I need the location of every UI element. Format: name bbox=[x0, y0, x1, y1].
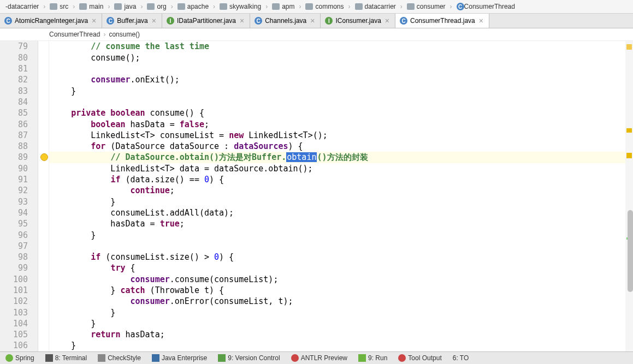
close-icon[interactable]: × bbox=[239, 16, 245, 25]
close-icon[interactable]: × bbox=[478, 16, 484, 25]
chevron-right-icon: › bbox=[449, 3, 453, 10]
line-number: 83 bbox=[0, 86, 28, 97]
close-icon[interactable]: × bbox=[151, 16, 157, 25]
chevron-right-icon: › bbox=[399, 3, 404, 10]
toolwindow-button[interactable]: 9: Run bbox=[353, 354, 393, 362]
code-line[interactable]: consumer.onExit(); bbox=[49, 74, 625, 85]
nav-class[interactable]: ConsumerThread bbox=[49, 31, 100, 38]
code-line[interactable] bbox=[49, 63, 625, 74]
code-line[interactable]: } bbox=[49, 307, 625, 318]
line-number: 104 bbox=[0, 318, 28, 329]
code-line[interactable]: } catch (Throwable t) { bbox=[49, 285, 625, 296]
line-number: 100 bbox=[0, 274, 28, 285]
code-line[interactable]: } bbox=[49, 196, 625, 207]
line-number: 79 bbox=[0, 41, 28, 52]
intention-bulb-icon[interactable] bbox=[40, 153, 48, 161]
spring-icon bbox=[5, 354, 13, 362]
class-icon: C bbox=[4, 17, 12, 25]
warning-marker[interactable] bbox=[626, 153, 632, 158]
cs-icon bbox=[98, 354, 105, 362]
code-line[interactable]: try { bbox=[49, 262, 625, 273]
editor-tab[interactable]: CChannels.java× bbox=[250, 14, 321, 28]
vcs-icon bbox=[218, 354, 226, 362]
code-line[interactable]: LinkedList<T> data = dataSource.obtain()… bbox=[49, 163, 625, 174]
code-line[interactable]: hasData = true; bbox=[49, 218, 625, 229]
line-number: 99 bbox=[0, 262, 28, 273]
breadcrumb-item[interactable]: org bbox=[144, 3, 169, 10]
breadcrumb-item[interactable]: apache bbox=[174, 3, 212, 10]
warning-marker[interactable] bbox=[626, 128, 632, 133]
code-line[interactable]: for (DataSource dataSource : dataSources… bbox=[49, 141, 625, 152]
code-area[interactable]: // consume the last time consume(); cons… bbox=[49, 41, 625, 351]
code-line[interactable]: consumer.consume(consumeList); bbox=[49, 274, 625, 285]
line-number: 102 bbox=[0, 296, 28, 307]
editor-tab[interactable]: CAtomicRangeInteger.java× bbox=[0, 14, 102, 28]
code-line[interactable] bbox=[49, 241, 625, 252]
code-line[interactable]: consume(); bbox=[49, 52, 625, 63]
error-stripe[interactable] bbox=[625, 41, 633, 351]
code-line[interactable]: } bbox=[49, 318, 625, 329]
code-line[interactable]: // DataSource.obtain()方法是对Buffer.obtain(… bbox=[49, 152, 625, 163]
breadcrumb-label: apm bbox=[282, 3, 294, 10]
code-line[interactable]: consumer.onError(consumeList, t); bbox=[49, 296, 625, 307]
close-icon[interactable]: × bbox=[309, 16, 316, 25]
interface-icon: I bbox=[325, 17, 333, 25]
toolwindow-button[interactable]: Tool Output bbox=[393, 354, 447, 362]
toolwindow-button[interactable]: 9: Version Control bbox=[212, 354, 285, 362]
toolwindow-button[interactable]: CheckStyle bbox=[92, 354, 146, 362]
close-icon[interactable]: × bbox=[384, 16, 391, 25]
breadcrumb-item[interactable]: commons bbox=[302, 3, 347, 10]
chevron-right-icon: › bbox=[100, 31, 109, 38]
code-line[interactable]: // consume the last time bbox=[49, 41, 625, 52]
breadcrumb-item[interactable]: -datacarrier bbox=[2, 3, 42, 10]
interface-icon: I bbox=[167, 17, 174, 25]
editor-tab[interactable]: CBuffer.java× bbox=[102, 14, 162, 28]
chevron-right-icon: › bbox=[298, 3, 302, 10]
toolwindow-button[interactable]: Java Enterprise bbox=[146, 354, 212, 362]
code-line[interactable]: } bbox=[49, 230, 625, 241]
code-line[interactable]: LinkedList<T> consumeList = new LinkedLi… bbox=[49, 130, 625, 141]
code-line[interactable]: consumeList.addAll(data); bbox=[49, 207, 625, 218]
breadcrumb-item[interactable]: datacarrier bbox=[352, 3, 399, 10]
editor-tab[interactable]: CConsumerThread.java× bbox=[395, 14, 489, 28]
toolwindow-button[interactable]: ANTLR Preview bbox=[286, 354, 353, 362]
code-line[interactable]: if (data.size() == 0) { bbox=[49, 174, 625, 185]
code-line[interactable]: return hasData; bbox=[49, 329, 625, 340]
code-editor[interactable]: 7980818283848586878889909192939495969798… bbox=[0, 41, 633, 351]
code-line[interactable]: } bbox=[49, 340, 625, 351]
tab-label: AtomicRangeInteger.java bbox=[15, 17, 88, 25]
code-line[interactable]: continue; bbox=[49, 185, 625, 196]
toolwindow-label: Spring bbox=[15, 354, 34, 362]
close-icon[interactable]: × bbox=[91, 16, 97, 25]
antlr-icon bbox=[291, 354, 299, 362]
vertical-scrollbar[interactable] bbox=[628, 210, 633, 292]
breadcrumb-item[interactable]: CConsumerThread bbox=[453, 3, 518, 10]
breadcrumb-item[interactable]: src bbox=[46, 3, 72, 10]
chevron-right-icon: › bbox=[264, 3, 269, 10]
editor-tab[interactable]: IIConsumer.java× bbox=[321, 14, 395, 28]
code-line[interactable]: if (consumeList.size() > 0) { bbox=[49, 252, 625, 262]
breadcrumb-item[interactable]: consumer bbox=[404, 3, 449, 10]
breadcrumb-item[interactable]: apm bbox=[269, 3, 298, 10]
code-line[interactable] bbox=[49, 97, 625, 108]
line-number: 96 bbox=[0, 230, 28, 241]
line-number: 94 bbox=[0, 207, 28, 218]
gutter-icons bbox=[38, 41, 49, 351]
toolwindow-button[interactable]: 8: Terminal bbox=[40, 354, 92, 362]
editor-tab[interactable]: IIDataPartitioner.java× bbox=[162, 14, 250, 28]
breadcrumb-label: apache bbox=[187, 3, 209, 10]
breadcrumb-item[interactable]: skywalking bbox=[216, 3, 264, 10]
code-line[interactable]: private boolean consume() { bbox=[49, 108, 625, 118]
nav-method[interactable]: consume() bbox=[109, 31, 140, 38]
breadcrumb-item[interactable]: main bbox=[76, 3, 107, 10]
line-gutter: 7980818283848586878889909192939495969798… bbox=[0, 41, 38, 351]
warning-marker[interactable] bbox=[626, 44, 632, 50]
toolwindow-button[interactable]: Spring bbox=[0, 354, 40, 362]
line-number: 92 bbox=[0, 185, 28, 196]
toolwindow-button[interactable]: 6: TO bbox=[447, 354, 475, 362]
breadcrumb-item[interactable]: java bbox=[111, 3, 139, 10]
code-line[interactable]: boolean hasData = false; bbox=[49, 119, 625, 130]
breadcrumb-label: skywalking bbox=[229, 3, 261, 10]
line-number: 81 bbox=[0, 63, 28, 74]
code-line[interactable]: } bbox=[49, 86, 625, 97]
